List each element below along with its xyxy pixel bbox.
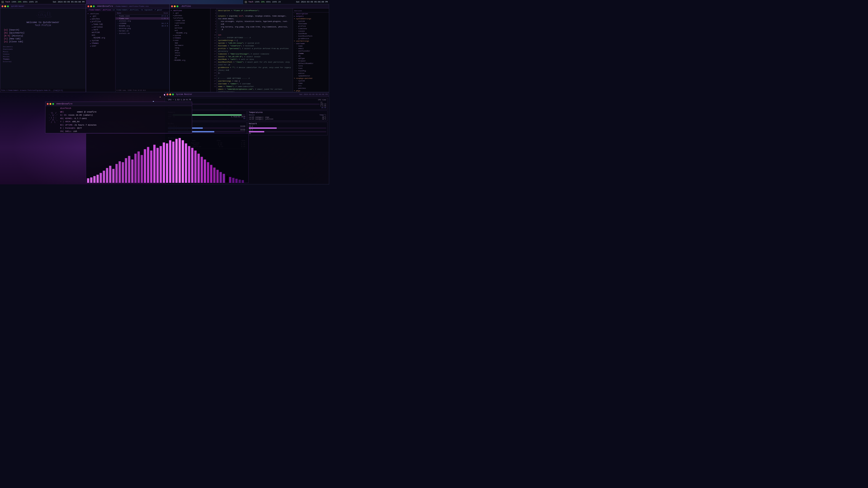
bar-9 bbox=[112, 169, 115, 183]
files-prompt: ~/home/emmet/.dotfiles cd /home/emmet/.d… bbox=[86, 8, 169, 11]
tree-homelab[interactable]: ▸ home.lab bbox=[86, 23, 115, 26]
outline-us-font: · font bbox=[293, 67, 329, 70]
neofetch-min[interactable] bbox=[50, 103, 51, 105]
sysmon-min[interactable] bbox=[169, 94, 171, 95]
fileman-row-flakenix[interactable]: · flake.nix 2.20 K bbox=[116, 17, 169, 20]
outline-us-fontpkg: · fontPkg bbox=[293, 70, 329, 72]
nvim-tree-patches[interactable]: ▸ patches bbox=[170, 14, 210, 17]
bm-downloads[interactable]: Downloads bbox=[3, 48, 83, 51]
bar-38 bbox=[204, 160, 206, 183]
files-max[interactable] bbox=[93, 5, 95, 7]
bm-videos[interactable]: Videos bbox=[3, 53, 83, 55]
nvim-tree-wsl[interactable]: wsl bbox=[170, 29, 210, 32]
nvim-tree-label-profiles: profiles bbox=[175, 17, 183, 19]
qute-menu-history[interactable]: [$ h] [History] bbox=[3, 34, 83, 37]
tree-git[interactable]: ▸ .git bbox=[86, 15, 115, 18]
tree-user[interactable]: ▾ user bbox=[86, 45, 115, 47]
outline-ss-bootmountpath: · bootMountPath bbox=[293, 35, 329, 37]
neofetch-close[interactable] bbox=[47, 103, 49, 105]
tree-label-system: system bbox=[92, 39, 99, 42]
nvim-tree-app[interactable]: app bbox=[170, 41, 210, 44]
qute-menu-search[interactable]: [o] [Search] bbox=[3, 29, 83, 31]
sysmon-net-row-3: 0% bbox=[249, 133, 326, 134]
tree-patches[interactable]: ▸ patches bbox=[86, 18, 115, 20]
tree-worklab[interactable]: worklab bbox=[86, 31, 115, 34]
bm-documents[interactable]: Documents bbox=[3, 45, 83, 48]
nvim-tree-themes[interactable]: ▸ themes bbox=[170, 37, 210, 39]
bm-external[interactable]: External bbox=[3, 60, 83, 63]
nvim-tree-style[interactable]: style bbox=[170, 54, 210, 57]
qute-menu-newtab[interactable]: [t] [New tab] bbox=[3, 37, 83, 40]
tree-themes[interactable]: ▸ themes bbox=[86, 42, 115, 45]
nvim-tree-system[interactable]: ▸ system bbox=[170, 34, 210, 37]
nvim-tree-personal[interactable]: ▸ personal bbox=[170, 22, 210, 24]
nvim-tree-label-homelab: home.lab bbox=[176, 20, 185, 22]
nvim-tree-readme-profiles[interactable]: · README.org bbox=[170, 32, 210, 34]
fileman-row-desktoppng[interactable]: · desktop.png bbox=[116, 27, 169, 30]
nvim-tree-user[interactable]: ▾ user bbox=[170, 39, 210, 41]
nvim-tree-hardware[interactable]: hardware bbox=[170, 44, 210, 46]
bar-44 bbox=[223, 174, 225, 183]
files-close[interactable] bbox=[88, 5, 89, 7]
folder-icon-dotfiles: ▾ bbox=[88, 13, 89, 15]
nvim-tree-readme2[interactable]: · README.org bbox=[170, 59, 210, 61]
bm-themes[interactable]: Themes bbox=[3, 58, 83, 60]
tree-work[interactable]: ▸ work bbox=[86, 29, 115, 31]
nvim-tree-homelab[interactable]: ▸ home.lab bbox=[170, 19, 210, 22]
folder-icon-git: ▸ bbox=[90, 15, 91, 18]
file-icon-desktoppng: · bbox=[117, 27, 118, 29]
code-line-1: description = "Flake of LibrePhoenix"; bbox=[218, 9, 291, 12]
ln-20: 20 bbox=[211, 61, 216, 64]
sysmon-close[interactable] bbox=[166, 94, 168, 95]
tree-profiles[interactable]: ▾ profiles bbox=[86, 20, 115, 23]
qute-menu-closetab[interactable]: [x] [Close tab] bbox=[3, 40, 83, 43]
ln-15: 15 bbox=[211, 47, 216, 50]
files-min[interactable] bbox=[90, 5, 92, 7]
nvim-max[interactable] bbox=[177, 5, 178, 7]
nvim-tree-shell[interactable]: shell bbox=[170, 52, 210, 54]
nvim-tree-lang[interactable]: lang bbox=[170, 46, 210, 49]
fileman-row-flakelock[interactable]: · flake.lock 27.5 K bbox=[116, 15, 169, 17]
fileman-row-installorg[interactable]: · install.org bbox=[116, 20, 169, 22]
fileman-row-license[interactable]: · LICENSE 34.2 K bbox=[116, 22, 169, 25]
nvim-tree-worklab[interactable]: worklab bbox=[170, 27, 210, 29]
nvim-tree-pkgs[interactable]: pkgs bbox=[170, 49, 210, 52]
file-icon-readmeorg: · bbox=[117, 25, 118, 27]
nvim-tree-git[interactable]: ▸ .git bbox=[170, 12, 210, 14]
nvim-min[interactable] bbox=[174, 5, 176, 7]
close-btn[interactable] bbox=[2, 5, 3, 7]
fileman-tree[interactable]: ▾ .dotfiles ▸ .git ▸ patches ▾ profiles … bbox=[86, 11, 116, 92]
nvim-left-sidebar[interactable]: ▾ .dotfiles ▸ .git ▸ patches ▾ profiles bbox=[170, 8, 211, 92]
sysmon-net-bar-2 bbox=[249, 131, 326, 132]
nvim-code-area[interactable]: 1 2 3 4 5 6 7 8 9 10 11 12 13 14 15 16 1… bbox=[211, 8, 293, 92]
tree-dotfiles[interactable]: ▾ .dotfiles bbox=[86, 12, 115, 15]
min-btn[interactable] bbox=[4, 5, 6, 7]
max-btn[interactable] bbox=[7, 5, 9, 7]
file-icon-readme: · bbox=[92, 37, 93, 39]
sysmon-cpu-pct: 0% 0% bbox=[321, 107, 326, 109]
fileman-row-hardensh[interactable]: · harden.sh bbox=[116, 30, 169, 32]
nvim-close[interactable] bbox=[171, 5, 173, 7]
tree-personal[interactable]: ▸ personal bbox=[86, 26, 115, 29]
bar-5 bbox=[100, 173, 102, 183]
tree-system[interactable]: ▸ system bbox=[86, 39, 115, 42]
fileman-row-readmeorg[interactable]: · README.org 36.0 K bbox=[116, 25, 169, 27]
bm-music[interactable]: Music bbox=[3, 51, 83, 53]
sysmon-max[interactable] bbox=[172, 94, 174, 95]
fileman-row-installsh[interactable]: · install.sh bbox=[116, 32, 169, 35]
tree-wsl[interactable]: wsl bbox=[86, 34, 115, 37]
nvim-code-content[interactable]: description = "Flake of LibrePhoenix"; o… bbox=[217, 8, 293, 92]
nvim-tree-profiles[interactable]: ▾ profiles bbox=[170, 17, 210, 19]
neofetch-max[interactable] bbox=[52, 103, 54, 105]
ln-10: 10 bbox=[211, 34, 216, 36]
ln-28: 28 bbox=[211, 83, 216, 85]
outline-ss-profile: · profile bbox=[293, 25, 329, 27]
qute-menu-quickmarks[interactable]: [b] [Quickmarks] bbox=[3, 31, 83, 34]
tree-readme[interactable]: · README.org bbox=[86, 37, 115, 39]
code-line-14: locale = "en_US.UTF-8"; # select locale bbox=[218, 55, 291, 58]
nvim-tree-work[interactable]: work bbox=[170, 24, 210, 27]
bm-movies[interactable]: Movies bbox=[3, 55, 83, 58]
nvim-tree-wm[interactable]: wm bbox=[170, 57, 210, 59]
nvim-tree-label-hardware: hardware bbox=[175, 44, 183, 46]
nvim-tree-dotfiles[interactable]: ▾ .dotfiles bbox=[170, 9, 210, 12]
